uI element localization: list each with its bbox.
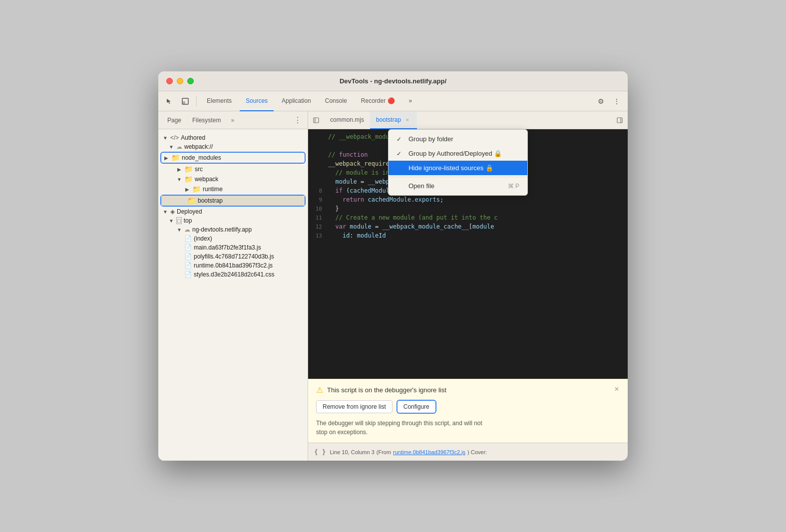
tree-deployed[interactable]: ◈ Deployed: [158, 207, 308, 216]
tree-runtime-js[interactable]: 📄 runtime.0b841bad3967f3c2.js: [158, 261, 308, 270]
collapse-sidebar-icon[interactable]: [310, 114, 322, 126]
code-line-9: 9 return cachedModule.exports;: [308, 196, 628, 205]
node-modules-arrow: [163, 155, 169, 161]
authored-arrow: [162, 135, 168, 141]
tab-sources[interactable]: Sources: [240, 91, 274, 111]
pretty-print-icon[interactable]: { }: [314, 448, 326, 456]
bootstrap-outline: 📁 bootstrap: [160, 195, 306, 207]
menu-group-authored[interactable]: ✓ Group by Authored/Deployed 🔒: [389, 146, 527, 161]
sidebar-tab-page[interactable]: Page: [162, 115, 186, 126]
main-js-icon: 📄: [184, 244, 192, 251]
sidebar-options-icon[interactable]: ⋮: [292, 114, 304, 126]
ignore-warning-panel: ⚠ This script is on the debugger's ignor…: [308, 379, 628, 443]
code-icon: </>: [170, 134, 179, 141]
nav-right-icons: ⚙ ⋮: [594, 94, 624, 108]
top-icon: □: [176, 217, 182, 224]
runtime-js-icon: 📄: [184, 262, 192, 269]
src-folder-icon: 📁: [184, 165, 193, 173]
node-modules-outline: 📁 node_modules: [160, 152, 306, 164]
settings-icon[interactable]: ⚙: [594, 94, 608, 108]
src-arrow: [176, 166, 182, 172]
ignore-warning-header: ⚠ This script is on the debugger's ignor…: [316, 385, 620, 395]
tab-close-icon[interactable]: ×: [404, 116, 411, 123]
tree-netlify[interactable]: ☁ ng-devtools.netlify.app: [158, 225, 308, 234]
tree-runtime[interactable]: 📁 runtime: [158, 184, 308, 194]
tree-webpack-root[interactable]: ☁ webpack://: [158, 142, 308, 151]
runtime-link[interactable]: runtime.0b841bad3967f3c2.js: [393, 449, 465, 455]
sidebar: Page Filesystem » ⋮ </> Authored ☁: [158, 111, 308, 461]
deployed-arrow: [162, 209, 168, 215]
polyfills-js-icon: 📄: [184, 253, 192, 260]
tab-recorder[interactable]: Recorder 🔴: [355, 91, 401, 111]
tab-bootstrap[interactable]: bootstrap ×: [370, 111, 417, 129]
code-line-10: 10 }: [308, 205, 628, 214]
dock-icon[interactable]: [178, 94, 192, 108]
configure-button[interactable]: Configure: [396, 400, 436, 414]
folder-icon: 📁: [171, 154, 180, 162]
close-button[interactable]: [166, 78, 173, 84]
sidebar-tabs-more[interactable]: »: [229, 116, 236, 125]
title-bar: DevTools - ng-devtools.netlify.app/: [158, 71, 628, 91]
shortcut-label: ⌘ P: [508, 183, 519, 190]
right-panel: common.mjs bootstrap ×: [308, 111, 628, 461]
traffic-lights: [166, 78, 194, 84]
check-icon: ✓: [396, 136, 404, 143]
more-options-icon[interactable]: ⋮: [610, 94, 624, 108]
webpack-folder-icon: 📁: [184, 175, 193, 183]
bootstrap-folder-icon: 📁: [187, 197, 196, 205]
warning-icon: ⚠: [316, 385, 323, 395]
status-bar: { } Line 10, Column 3 (From runtime.0b84…: [308, 443, 628, 461]
tree-node-modules[interactable]: 📁 node_modules: [161, 153, 305, 163]
tree-authored[interactable]: </> Authored: [158, 133, 308, 142]
tree-webpack-folder[interactable]: 📁 webpack: [158, 174, 308, 184]
menu-hide-ignore[interactable]: Hide ignore-listed sources 🔒: [389, 161, 527, 175]
code-line-13: 13 id: moduleId: [308, 232, 628, 241]
svg-rect-2: [314, 118, 319, 123]
check-icon-2: ✓: [396, 150, 404, 157]
tree-main-js[interactable]: 📄 main.da63f7b2fe3f1fa3.js: [158, 243, 308, 252]
minimize-button[interactable]: [177, 78, 183, 84]
main-content: Page Filesystem » ⋮ </> Authored ☁: [158, 111, 628, 461]
menu-group-folder[interactable]: ✓ Group by folder: [389, 132, 527, 146]
collapse-right-icon[interactable]: [614, 114, 626, 126]
tab-elements[interactable]: Elements: [201, 91, 238, 111]
svg-rect-1: [182, 101, 185, 104]
menu-open-file[interactable]: Open file ⌘ P: [389, 179, 527, 193]
tab-common-mjs[interactable]: common.mjs: [324, 111, 370, 129]
styles-css-icon: 📄: [184, 271, 192, 278]
remove-from-ignore-button[interactable]: Remove from ignore list: [316, 400, 393, 413]
tree-bootstrap[interactable]: 📁 bootstrap: [161, 196, 305, 206]
close-warning-icon[interactable]: ×: [612, 384, 622, 394]
ignore-warning-actions: Remove from ignore list Configure: [316, 400, 620, 414]
file-tab-bar: common.mjs bootstrap ×: [308, 111, 628, 129]
file-tree: </> Authored ☁ webpack:// 📁 node_modules: [158, 129, 308, 461]
sidebar-tab-filesystem[interactable]: Filesystem: [187, 115, 226, 126]
tree-index[interactable]: 📄 (index): [158, 234, 308, 243]
tree-top[interactable]: □ top: [158, 216, 308, 225]
devtools-window: DevTools - ng-devtools.netlify.app/ Elem…: [158, 71, 628, 461]
code-line-11: 11 // Create a new module (and put it in…: [308, 214, 628, 223]
tree-polyfills-js[interactable]: 📄 polyfills.4c768d7122740d3b.js: [158, 252, 308, 261]
nav-divider: [196, 96, 197, 106]
maximize-button[interactable]: [187, 78, 194, 84]
devtools-nav: Elements Sources Application Console Rec…: [158, 91, 628, 111]
webpack-arrow: [168, 144, 174, 150]
netlify-arrow: [176, 227, 182, 233]
tab-console[interactable]: Console: [319, 91, 353, 111]
code-line-12: 12 var module = __webpack_module_cache__…: [308, 223, 628, 232]
tree-src[interactable]: 📁 src: [158, 164, 308, 174]
runtime-folder-icon: 📁: [192, 185, 201, 193]
index-file-icon: 📄: [184, 235, 192, 242]
tab-more[interactable]: »: [403, 91, 418, 111]
menu-divider: [389, 177, 527, 177]
window-title: DevTools - ng-devtools.netlify.app/: [340, 77, 446, 85]
runtime-arrow: [184, 186, 190, 192]
tree-styles-css[interactable]: 📄 styles.d3e2b24618d2c641.css: [158, 270, 308, 279]
top-arrow: [168, 218, 174, 224]
webpack-folder-arrow: [176, 176, 182, 182]
cursor-icon[interactable]: [162, 94, 176, 108]
tab-application[interactable]: Application: [276, 91, 317, 111]
context-menu: ✓ Group by folder ✓ Group by Authored/De…: [388, 129, 528, 196]
sidebar-tab-bar: Page Filesystem » ⋮: [158, 111, 308, 129]
svg-rect-4: [617, 118, 622, 123]
